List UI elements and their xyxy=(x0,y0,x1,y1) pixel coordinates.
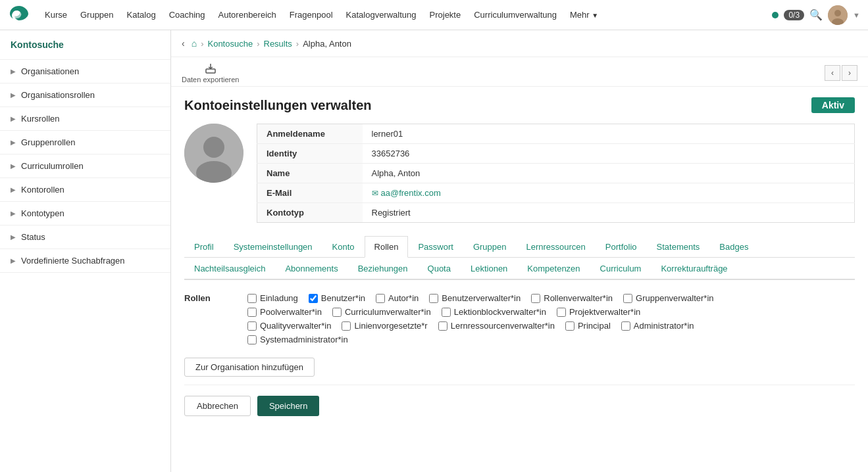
role-checkbox-einladung[interactable] xyxy=(247,294,257,303)
tab-systemeinstellungen[interactable]: Systemeinstellungen xyxy=(224,236,322,258)
role-item-lektionblockverwalter-in[interactable]: Lektionblockverwalter*in xyxy=(442,307,546,317)
sidebar-item-organisationen[interactable]: ▶Organisationen xyxy=(0,60,170,83)
role-checkbox-projektverwalter-in[interactable] xyxy=(557,308,566,317)
nav-item-mehr[interactable]: Mehr ▼ xyxy=(563,7,605,22)
role-item-projektverwalter-in[interactable]: Projektverwalter*in xyxy=(557,307,640,317)
role-checkbox-benutzer-in[interactable] xyxy=(309,294,318,303)
main-layout: Kontosuche ▶Organisationen▶Organisations… xyxy=(0,30,868,472)
breadcrumb-back-button[interactable]: ‹ xyxy=(182,38,185,49)
role-checkbox-benutzerverwalter-in[interactable] xyxy=(429,294,438,303)
nav-item-fragenpool[interactable]: Fragenpool xyxy=(283,7,340,22)
role-item-principal[interactable]: Principal xyxy=(565,321,611,331)
tab-korrekturauftraege[interactable]: Korrekturaufträge xyxy=(651,258,737,279)
profile-avatar xyxy=(184,124,243,183)
tab-abonnements[interactable]: Abonnements xyxy=(275,258,347,279)
role-checkbox-curriculumverwalter-in[interactable] xyxy=(332,308,342,317)
nav-item-projekte[interactable]: Projekte xyxy=(423,7,468,22)
next-arrow-button[interactable]: › xyxy=(842,65,857,81)
role-item-curriculumverwalter-in[interactable]: Curriculumverwalter*in xyxy=(332,307,431,317)
nav-item-katalog[interactable]: Katalog xyxy=(120,7,163,22)
tab-portfolio[interactable]: Portfolio xyxy=(596,236,647,258)
role-checkbox-gruppenverwalter-in[interactable] xyxy=(623,294,632,303)
role-checkbox-autor-in[interactable] xyxy=(376,294,385,303)
sidebar-item-gruppenrollen[interactable]: ▶Gruppenrollen xyxy=(0,131,170,154)
tab-rollen[interactable]: Rollen xyxy=(365,236,409,258)
role-item-systemadministrator-in[interactable]: Systemadministrator*in xyxy=(247,335,348,344)
save-button[interactable]: Speichern xyxy=(257,396,320,416)
roles-row-0: EinladungBenutzer*inAutor*inBenutzerverw… xyxy=(247,293,714,303)
email-icon: ✉ xyxy=(372,189,378,198)
profile-info-table: Anmeldename lerner01 Identity 33652736 N… xyxy=(257,124,855,223)
role-item-einladung[interactable]: Einladung xyxy=(247,293,298,303)
nav-item-gruppen[interactable]: Gruppen xyxy=(74,7,120,22)
tabs-row-2: NachteilsausgleichAbonnementsBeziehungen… xyxy=(184,258,855,280)
tab-kompetenzen[interactable]: Kompetenzen xyxy=(517,258,590,279)
role-item-qualityverwalter-in[interactable]: Qualityverwalter*in xyxy=(247,321,331,331)
sidebar-item-kontotypen[interactable]: ▶Kontotypen xyxy=(0,202,170,225)
prev-arrow-button[interactable]: ‹ xyxy=(825,65,840,81)
app-logo[interactable] xyxy=(8,3,30,27)
role-checkbox-rollenverwalter-in[interactable] xyxy=(531,294,540,303)
roles-row-2: Qualityverwalter*inLinienvorgesetzte*rLe… xyxy=(247,321,714,331)
field-label-name: Name xyxy=(257,164,363,183)
cancel-button[interactable]: Abbrechen xyxy=(184,396,251,416)
tab-gruppen[interactable]: Gruppen xyxy=(463,236,517,258)
nav-item-autorenbereich[interactable]: Autorenbereich xyxy=(212,7,283,22)
field-label-identity: Identity xyxy=(257,144,363,164)
field-value-identity: 33652736 xyxy=(363,144,855,164)
role-checkbox-systemadministrator-in[interactable] xyxy=(247,335,257,344)
nav-item-coaching[interactable]: Coaching xyxy=(163,7,212,22)
table-row: Identity 33652736 xyxy=(257,144,855,164)
tab-profil[interactable]: Profil xyxy=(184,236,224,258)
tab-nachteilsausgleich[interactable]: Nachteilsausgleich xyxy=(184,258,275,279)
nav-item-curriculumverwaltung[interactable]: Curriculumverwaltung xyxy=(467,7,563,22)
tab-passwort[interactable]: Passwort xyxy=(408,236,463,258)
tab-statements[interactable]: Statements xyxy=(647,236,710,258)
divider xyxy=(184,385,855,385)
sidebar-item-kontorollen[interactable]: ▶Kontorollen xyxy=(0,178,170,202)
role-item-administrator-in[interactable]: Administrator*in xyxy=(621,321,694,331)
role-item-linienvorgesetzte-r[interactable]: Linienvorgesetzte*r xyxy=(342,321,427,331)
section-header: Kontoeinstellungen verwalten Aktiv xyxy=(184,97,855,113)
tab-quota[interactable]: Quota xyxy=(418,258,461,279)
avatar[interactable] xyxy=(828,5,848,25)
role-item-benutzer-in[interactable]: Benutzer*in xyxy=(309,293,365,303)
tab-curriculum[interactable]: Curriculum xyxy=(590,258,651,279)
sidebar-item-organisationsrollen[interactable]: ▶Organisationsrollen xyxy=(0,83,170,107)
role-checkbox-lektionblockverwalter-in[interactable] xyxy=(442,308,451,317)
role-item-poolverwalter-in[interactable]: Poolverwalter*in xyxy=(247,307,322,317)
add-to-org-button[interactable]: Zur Organisation hinzufügen xyxy=(184,358,315,377)
home-icon[interactable]: ⌂ xyxy=(191,38,197,49)
avatar-dropdown-icon[interactable]: ▼ xyxy=(853,11,860,19)
role-item-gruppenverwalter-in[interactable]: Gruppenverwalter*in xyxy=(623,293,714,303)
role-checkbox-qualityverwalter-in[interactable] xyxy=(247,321,257,331)
sidebar-item-vordefinierte-suchabfragen[interactable]: ▶Vordefinierte Suchabfragen xyxy=(0,249,170,273)
role-item-rollenverwalter-in[interactable]: Rollenverwalter*in xyxy=(531,293,613,303)
role-checkbox-administrator-in[interactable] xyxy=(621,321,630,331)
tab-beziehungen[interactable]: Beziehungen xyxy=(348,258,418,279)
tab-badges[interactable]: Badges xyxy=(709,236,758,258)
breadcrumb-kontosuche[interactable]: Kontosuche xyxy=(207,39,253,49)
search-icon[interactable]: 🔍 xyxy=(809,9,823,21)
sidebar-item-curriculumrollen[interactable]: ▶Curriculumrollen xyxy=(0,154,170,178)
email-link[interactable]: ✉ aa@frentix.com xyxy=(372,188,846,198)
nav-item-kurse[interactable]: Kurse xyxy=(38,7,74,22)
role-checkbox-poolverwalter-in[interactable] xyxy=(247,308,257,317)
tab-konto[interactable]: Konto xyxy=(322,236,365,258)
role-item-autor-in[interactable]: Autor*in xyxy=(376,293,419,303)
breadcrumb-results[interactable]: Results xyxy=(264,39,292,49)
role-checkbox-principal[interactable] xyxy=(565,321,574,331)
role-checkbox-lernressourcenverwalter-in[interactable] xyxy=(438,321,447,331)
export-button[interactable]: Daten exportieren xyxy=(182,62,239,83)
sidebar-item-status[interactable]: ▶Status xyxy=(0,225,170,249)
tab-lernressourcen[interactable]: Lernressourcen xyxy=(517,236,596,258)
nav-item-katalogverwaltung[interactable]: Katalogverwaltung xyxy=(340,7,423,22)
role-checkbox-linienvorgesetzte-r[interactable] xyxy=(342,321,351,331)
role-item-lernressourcenverwalter-in[interactable]: Lernressourcenverwalter*in xyxy=(438,321,555,331)
role-item-benutzerverwalter-in[interactable]: Benutzerverwalter*in xyxy=(429,293,521,303)
field-value-kontotyp: Registriert xyxy=(363,203,855,223)
sidebar-item-kursrollen[interactable]: ▶Kursrollen xyxy=(0,107,170,131)
tab-lektionen[interactable]: Lektionen xyxy=(461,258,517,279)
field-value-anmeldename: lerner01 xyxy=(363,124,855,144)
status-indicator xyxy=(772,12,779,18)
